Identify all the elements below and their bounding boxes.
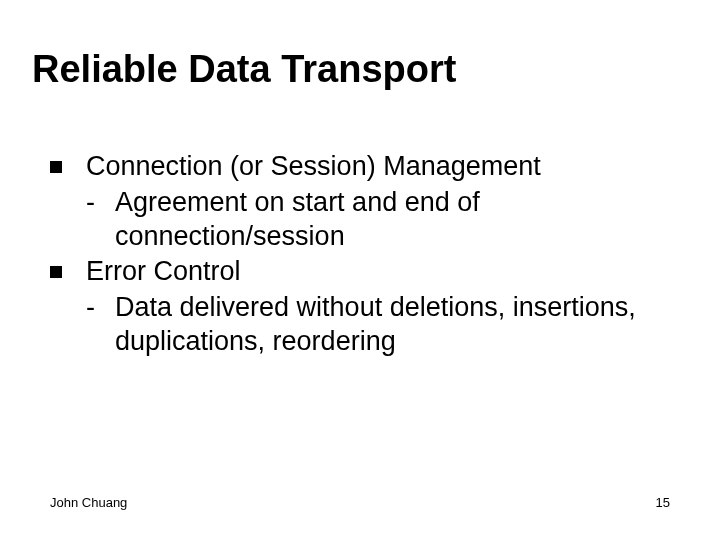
list-item: Error Control <box>50 255 660 289</box>
slide-title: Reliable Data Transport <box>32 48 456 91</box>
slide: Reliable Data Transport Connection (or S… <box>0 0 720 540</box>
square-bullet-icon <box>50 266 62 278</box>
list-item: - Data delivered without deletions, inse… <box>86 291 660 359</box>
dash-bullet-icon: - <box>86 186 95 220</box>
bullet-text: Error Control <box>86 255 660 289</box>
footer-author: John Chuang <box>50 495 127 510</box>
bullet-text: Data delivered without deletions, insert… <box>115 291 660 359</box>
dash-bullet-icon: - <box>86 291 95 325</box>
bullet-text: Connection (or Session) Management <box>86 150 660 184</box>
bullet-text: Agreement on start and end of connection… <box>115 186 660 254</box>
footer-page-number: 15 <box>656 495 670 510</box>
square-bullet-icon <box>50 161 62 173</box>
list-item: Connection (or Session) Management <box>50 150 660 184</box>
list-item: - Agreement on start and end of connecti… <box>86 186 660 254</box>
slide-content: Connection (or Session) Management - Agr… <box>50 150 660 361</box>
